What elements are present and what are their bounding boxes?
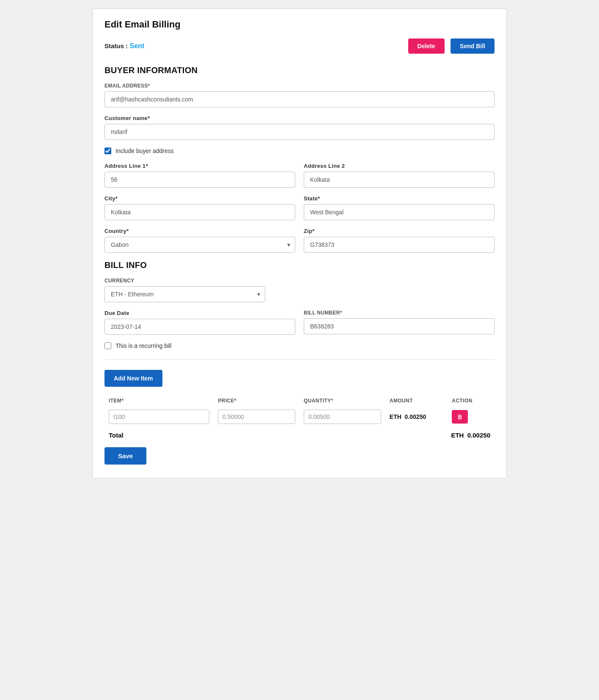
zip-input[interactable] (304, 237, 495, 253)
bill-number-label: BILL NUMBER* (304, 310, 495, 316)
save-button[interactable]: Save (104, 447, 146, 465)
total-label: Total (109, 432, 124, 439)
due-date-label: Due Date (104, 310, 295, 316)
price-cell (214, 407, 300, 427)
currency-select[interactable]: ETH - Ethereum BTC - Bitcoin USD - US Do… (104, 286, 265, 302)
bill-info-section: BILL INFO CURRENCY ETH - Ethereum BTC - … (104, 260, 495, 349)
city-group: City* (104, 195, 295, 220)
due-date-group: Due Date (104, 310, 295, 335)
address-line2-label: Address Line 2 (304, 163, 495, 169)
bill-info-title: BILL INFO (104, 260, 495, 270)
quantity-input[interactable] (304, 410, 381, 424)
city-label: City* (104, 195, 295, 202)
quantity-cell (300, 407, 385, 427)
trash-icon: 🗑 (457, 413, 463, 420)
address-line2-input[interactable] (304, 172, 495, 188)
city-input[interactable] (104, 204, 295, 220)
recurring-label[interactable]: This is a recurring bill (115, 342, 171, 349)
send-bill-button[interactable]: Send Bill (451, 38, 495, 54)
include-address-checkbox[interactable] (104, 148, 111, 154)
email-label: EMAIL ADDRESS* (104, 83, 495, 89)
status-row: Status : Sent Delete Send Bill (104, 38, 495, 54)
divider (104, 359, 495, 360)
recurring-row: This is a recurring bill (104, 342, 495, 349)
state-input[interactable] (304, 204, 495, 220)
country-select-wrapper: Gabon USA UK India (104, 237, 295, 253)
country-zip-row: Country* Gabon USA UK India Zip* (104, 228, 495, 260)
address-row-1: Address Line 1* Address Line 2 (104, 163, 495, 195)
email-field-group: EMAIL ADDRESS* (104, 83, 495, 107)
recurring-checkbox[interactable] (104, 342, 111, 349)
table-row: ETH 0.00250 🗑 (104, 407, 495, 427)
currency-group: CURRENCY ETH - Ethereum BTC - Bitcoin US… (104, 278, 495, 302)
email-input[interactable] (104, 91, 495, 107)
action-buttons: Delete Send Bill (408, 38, 495, 54)
price-input[interactable] (218, 410, 295, 424)
item-cell (104, 407, 214, 427)
address-line2-group: Address Line 2 (304, 163, 495, 188)
zip-group: Zip* (304, 228, 495, 253)
address-line1-input[interactable] (104, 172, 295, 188)
items-table-header-row: ITEM* PRICE* QUANTITY* AMOUNT ACTION (104, 394, 495, 407)
col-header-action: ACTION (448, 394, 495, 407)
bill-number-group: BILL NUMBER* (304, 310, 495, 335)
address-line1-label: Address Line 1* (104, 163, 295, 169)
currency-label: CURRENCY (104, 278, 495, 284)
address-line1-group: Address Line 1* (104, 163, 295, 188)
action-cell: 🗑 (448, 407, 495, 427)
due-date-bill-number-row: Due Date BILL NUMBER* (104, 310, 495, 342)
buyer-info-section: BUYER INFORMATION EMAIL ADDRESS* Custome… (104, 66, 495, 260)
delete-row-button[interactable]: 🗑 (452, 410, 468, 424)
include-address-label[interactable]: Include buyer address (115, 148, 174, 154)
city-state-row: City* State* (104, 195, 495, 228)
status-section: Status : Sent (104, 42, 144, 50)
currency-select-wrapper: ETH - Ethereum BTC - Bitcoin USD - US Do… (104, 286, 265, 302)
col-header-amount: AMOUNT (385, 394, 448, 407)
item-input[interactable] (109, 410, 209, 424)
amount-value: ETH 0.00250 (390, 413, 426, 420)
include-address-row: Include buyer address (104, 148, 495, 154)
items-table: ITEM* PRICE* QUANTITY* AMOUNT ACTION (104, 394, 495, 427)
col-header-quantity: QUANTITY* (300, 394, 385, 407)
col-header-item: ITEM* (104, 394, 214, 407)
col-header-price: PRICE* (214, 394, 300, 407)
add-new-item-button[interactable]: Add New Item (104, 370, 162, 387)
bill-number-input[interactable] (304, 318, 495, 334)
state-label: State* (304, 195, 495, 202)
zip-label: Zip* (304, 228, 495, 234)
country-select[interactable]: Gabon USA UK India (104, 237, 295, 253)
delete-button[interactable]: Delete (408, 38, 445, 54)
buyer-info-title: BUYER INFORMATION (104, 66, 495, 75)
customer-name-group: Customer name* (104, 115, 495, 140)
customer-name-label: Customer name* (104, 115, 495, 121)
items-table-header: ITEM* PRICE* QUANTITY* AMOUNT ACTION (104, 394, 495, 407)
items-table-body: ETH 0.00250 🗑 (104, 407, 495, 427)
total-row: Total ETH 0.00250 (104, 427, 495, 444)
page-container: Edit Email Billing Status : Sent Delete … (92, 8, 507, 479)
state-group: State* (304, 195, 495, 220)
status-value: Sent (129, 42, 144, 49)
country-label: Country* (104, 228, 295, 234)
country-group: Country* Gabon USA UK India (104, 228, 295, 253)
customer-name-input[interactable] (104, 124, 495, 140)
total-value: ETH 0.00250 (451, 432, 490, 439)
amount-cell: ETH 0.00250 (385, 407, 448, 427)
items-section: Add New Item ITEM* PRICE* QUANTITY* AMOU… (104, 370, 495, 465)
status-label: Status : (104, 42, 128, 49)
due-date-input[interactable] (104, 319, 295, 335)
page-title: Edit Email Billing (104, 19, 495, 30)
